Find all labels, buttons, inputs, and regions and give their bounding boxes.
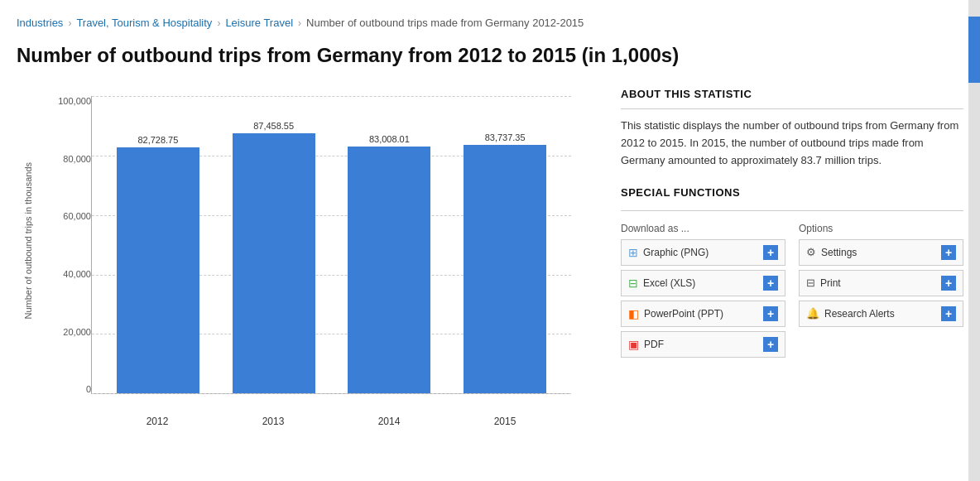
bar-2014 (348, 147, 430, 393)
breadcrumb-sep-2: › (217, 17, 220, 29)
options-column: Options ⚙ Settings + ⊟ Print (799, 223, 963, 362)
x-label-2014: 2014 (348, 416, 430, 427)
bar-group-2012: 82,728.75 (117, 96, 199, 393)
grid-line-0 (92, 393, 571, 394)
download-label: Download as ... (621, 223, 785, 234)
png-icon: ⊞ (628, 246, 638, 259)
bar-group-2013: 87,458.55 (233, 96, 315, 393)
scrollbar-thumb[interactable] (968, 17, 980, 83)
breadcrumb-leisure[interactable]: Leisure Travel (225, 17, 293, 29)
alerts-plus-icon: + (941, 306, 956, 321)
y-label-0: 0 (50, 384, 91, 394)
print-button[interactable]: ⊟ Print + (799, 270, 963, 296)
settings-plus-icon: + (941, 245, 956, 260)
settings-icon: ⚙ (806, 246, 816, 258)
main-content: Number of outbound trips in thousands 10… (17, 88, 963, 435)
bell-icon: 🔔 (806, 307, 819, 320)
y-label-80k: 80,000 (50, 154, 91, 164)
breadcrumb: Industries › Travel, Tourism & Hospitali… (17, 17, 963, 29)
chart-area: Number of outbound trips in thousands 10… (17, 88, 596, 435)
about-title: ABOUT THIS STATISTIC (621, 88, 963, 100)
about-section: ABOUT THIS STATISTIC This statistic disp… (621, 88, 963, 169)
breadcrumb-industries[interactable]: Industries (17, 17, 63, 29)
y-label-20k: 20,000 (50, 327, 91, 337)
y-label-40k: 40,000 (50, 269, 91, 279)
download-ppt-button[interactable]: ◧ PowerPoint (PPT) + (621, 301, 785, 327)
breadcrumb-current: Number of outbound trips made from Germa… (306, 17, 584, 29)
ppt-plus-icon: + (763, 306, 778, 321)
about-divider (621, 108, 963, 109)
functions-grid: Download as ... ⊞ Graphic (PNG) + ⊟ (621, 223, 963, 362)
y-axis-label: Number of outbound trips in thousands (23, 162, 33, 320)
print-icon: ⊟ (806, 277, 815, 289)
xls-label: Excel (XLS) (643, 277, 695, 289)
x-label-2015: 2015 (464, 416, 546, 427)
bar-group-2015: 83,737.35 (464, 96, 546, 393)
x-label-2013: 2013 (232, 416, 315, 427)
print-plus-icon: + (941, 276, 956, 291)
ppt-icon: ◧ (628, 307, 639, 320)
png-plus-icon: + (763, 245, 778, 260)
bar-2012 (117, 147, 199, 393)
special-functions-divider (621, 210, 963, 211)
bar-value-2015: 83,737.35 (485, 132, 526, 142)
print-label: Print (820, 277, 841, 289)
bar-2015 (464, 145, 546, 393)
sidebar: ABOUT THIS STATISTIC This statistic disp… (621, 88, 963, 435)
ppt-label: PowerPoint (PPT) (644, 308, 723, 320)
special-functions-section: SPECIAL FUNCTIONS Download as ... ⊞ Grap… (621, 186, 963, 362)
png-label: Graphic (PNG) (643, 247, 709, 258)
y-label-60k: 60,000 (50, 211, 91, 221)
research-alerts-button[interactable]: 🔔 Research Alerts + (799, 301, 963, 327)
bar-value-2014: 83,008.01 (369, 134, 410, 144)
page-wrapper: Industries › Travel, Tourism & Hospitali… (0, 0, 980, 481)
bar-group-2014: 83,008.01 (348, 96, 430, 393)
about-text: This statistic displays the number of ou… (621, 118, 963, 169)
download-png-button[interactable]: ⊞ Graphic (PNG) + (621, 239, 785, 266)
download-column: Download as ... ⊞ Graphic (PNG) + ⊟ (621, 223, 785, 362)
pdf-label: PDF (644, 339, 664, 350)
bar-value-2012: 82,728.75 (137, 135, 178, 145)
bar-value-2013: 87,458.55 (253, 121, 294, 131)
pdf-plus-icon: + (763, 337, 778, 352)
settings-button[interactable]: ⚙ Settings + (799, 239, 963, 266)
special-functions-title: SPECIAL FUNCTIONS (621, 186, 963, 199)
download-xls-button[interactable]: ⊟ Excel (XLS) + (621, 270, 785, 296)
breadcrumb-sep-3: › (298, 17, 301, 29)
breadcrumb-sep-1: › (68, 17, 71, 29)
bar-2013 (233, 133, 315, 393)
page-title: Number of outbound trips from Germany fr… (17, 42, 963, 68)
research-alerts-label: Research Alerts (824, 308, 895, 320)
settings-label: Settings (821, 247, 857, 258)
options-label: Options (799, 223, 963, 234)
y-label-100k: 100,000 (50, 96, 91, 106)
breadcrumb-travel[interactable]: Travel, Tourism & Hospitality (76, 17, 212, 29)
pdf-icon: ▣ (628, 338, 639, 351)
x-label-2012: 2012 (116, 416, 199, 427)
xls-plus-icon: + (763, 276, 778, 291)
xls-icon: ⊟ (628, 277, 638, 290)
download-pdf-button[interactable]: ▣ PDF + (621, 331, 785, 358)
scrollbar-track (968, 0, 980, 481)
